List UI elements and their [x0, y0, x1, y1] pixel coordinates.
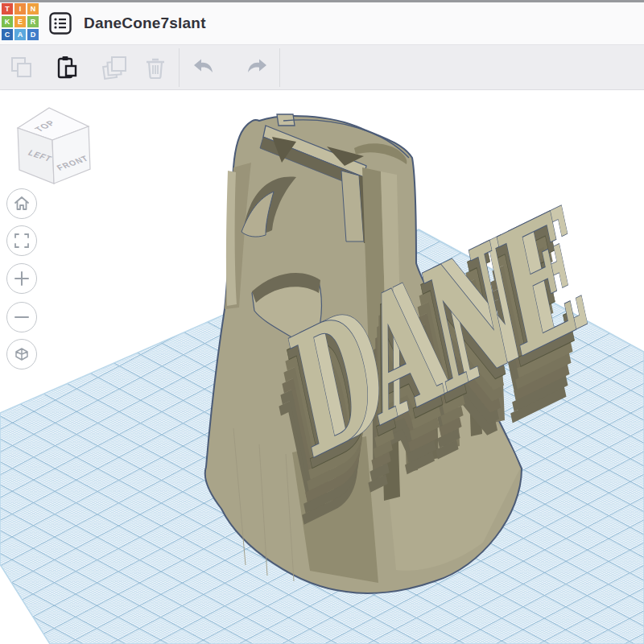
paste-button[interactable] [50, 51, 84, 85]
design-properties-icon[interactable] [48, 11, 72, 35]
home-view-button[interactable] [6, 188, 37, 219]
logo-tile: N [27, 3, 39, 14]
perspective-cube-icon [13, 345, 31, 363]
tinkercad-window: T I N K E R C A D DaneCone7slant [0, 0, 644, 644]
undo-button[interactable] [186, 51, 220, 85]
redo-icon [244, 54, 271, 81]
duplicate-button[interactable] [98, 51, 132, 85]
toolbar-separator [279, 48, 280, 87]
delete-button[interactable] [138, 51, 172, 85]
trash-icon [142, 55, 168, 80]
undo-icon [189, 54, 217, 81]
fit-view-icon [13, 232, 31, 250]
minus-icon [13, 308, 31, 326]
logo-tile: K [2, 16, 13, 27]
toolbar [0, 45, 644, 90]
logo-tile: C [2, 29, 13, 40]
logo-tile: A [14, 29, 26, 40]
copy-button[interactable] [5, 51, 39, 85]
logo-tile: E [14, 16, 26, 27]
view-mode-button[interactable] [6, 339, 37, 369]
logo-tile: R [27, 16, 39, 27]
logo-tile: D [27, 29, 39, 40]
viewport[interactable]: DANE [0, 90, 644, 644]
home-icon [13, 195, 31, 213]
logo-tile: I [14, 3, 26, 14]
redo-button[interactable] [241, 51, 275, 85]
paste-icon [54, 55, 80, 80]
zoom-out-button[interactable] [6, 302, 37, 332]
duplicate-icon [101, 54, 129, 81]
fit-view-button[interactable] [6, 225, 37, 256]
toolbar-separator [179, 48, 180, 87]
plus-icon [13, 270, 31, 287]
zoom-in-button[interactable] [6, 263, 37, 294]
tinkercad-logo[interactable]: T I N K E R C A D [2, 3, 39, 42]
logo-tile: T [2, 3, 13, 14]
copy-icon [9, 55, 35, 80]
design-title[interactable]: DaneCone7slant [84, 14, 206, 32]
scene-3d: DANE [0, 90, 644, 644]
view-cube[interactable]: TOP LEFT FRONT [11, 106, 95, 195]
header-bar: T I N K E R C A D DaneCone7slant [0, 2, 644, 45]
